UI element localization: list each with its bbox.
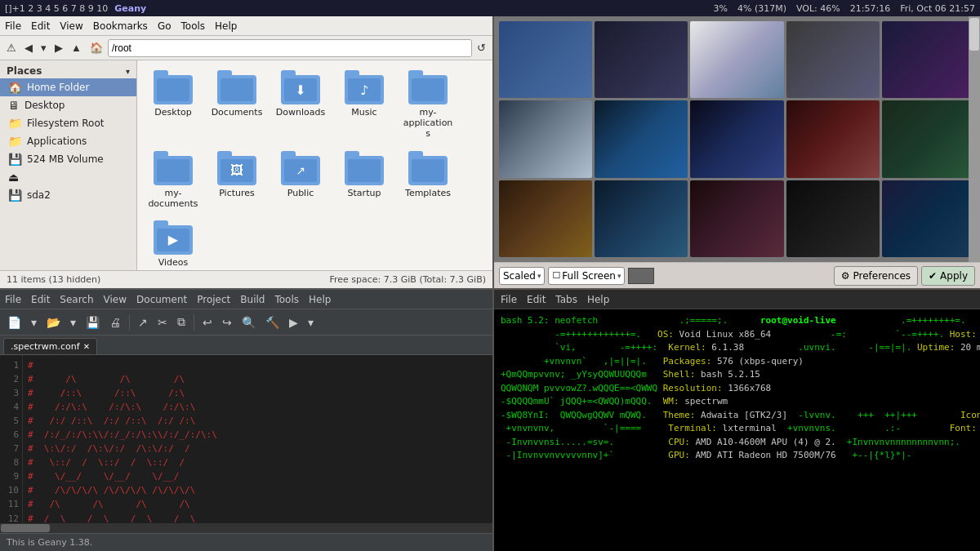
clock: 21:57:16 bbox=[850, 3, 890, 14]
fm-free-space: Free space: 7.3 GiB (Total: 7.3 GiB) bbox=[329, 274, 486, 285]
thumbnail-3[interactable] bbox=[690, 21, 783, 98]
thumbnail-8[interactable] bbox=[690, 100, 783, 177]
te-horizontal-scrollbar[interactable] bbox=[0, 523, 492, 533]
te-menu-tools[interactable]: Tools bbox=[274, 294, 299, 305]
sidebar-item-home[interactable]: 🏠 Home Folder bbox=[0, 78, 136, 96]
thumbnail-13[interactable] bbox=[690, 180, 783, 257]
preferences-button[interactable]: ⚙ Preferences bbox=[834, 266, 918, 286]
fm-warning-btn[interactable]: ⚠ bbox=[3, 40, 20, 56]
thumbnail-12[interactable] bbox=[595, 180, 688, 257]
te-cut-btn[interactable]: ✂ bbox=[154, 314, 172, 331]
folder-my-documents[interactable]: my-documents bbox=[144, 148, 203, 212]
thumbnail-7[interactable] bbox=[595, 100, 688, 177]
folder-templates[interactable]: Templates bbox=[399, 148, 457, 212]
te-menu-edit[interactable]: Edit bbox=[31, 294, 50, 305]
te-run-btn[interactable]: ▶ bbox=[285, 314, 302, 331]
menu-edit[interactable]: Edit bbox=[31, 20, 50, 32]
te-menu-file[interactable]: File bbox=[5, 294, 21, 305]
te-hscroll-thumb[interactable] bbox=[1, 524, 50, 532]
menu-bookmarks[interactable]: Bookmarks bbox=[93, 20, 148, 32]
term-menu-edit[interactable]: Edit bbox=[527, 294, 546, 305]
thumbnail-15[interactable] bbox=[882, 180, 975, 257]
sidebar-item-volume[interactable]: 💾 524 MB Volume bbox=[0, 150, 136, 168]
color-box[interactable] bbox=[628, 268, 654, 284]
te-open-dropdown[interactable]: ▾ bbox=[27, 314, 41, 331]
code-editor[interactable]: 123456 789101112 # # /\ /\ /\ # /::\ /::… bbox=[0, 355, 492, 523]
te-save-btn[interactable]: 💾 bbox=[82, 314, 104, 331]
thumbnail-10[interactable] bbox=[882, 100, 975, 177]
fm-back-dropdown[interactable]: ▾ bbox=[38, 40, 50, 56]
text-editor-statusbar: This is Geany 1.38. bbox=[0, 533, 492, 551]
sidebar-toggle[interactable]: ▾ bbox=[126, 67, 130, 76]
sidebar-item-applications[interactable]: 📁 Applications bbox=[0, 132, 136, 150]
folder-startup[interactable]: Startup bbox=[335, 148, 394, 212]
apply-button[interactable]: ✔ Apply bbox=[921, 266, 975, 286]
fm-reload-btn[interactable]: ↺ bbox=[474, 40, 489, 56]
te-open2-dropdown[interactable]: ▾ bbox=[66, 314, 80, 331]
te-export-btn[interactable]: ↗ bbox=[134, 314, 152, 331]
te-menu-view[interactable]: View bbox=[104, 294, 127, 305]
mem-indicator: 4% (317M) bbox=[737, 3, 786, 14]
te-more-btn[interactable]: ▾ bbox=[304, 314, 318, 331]
fm-forward-btn[interactable]: ▶ bbox=[51, 40, 66, 56]
te-menu-build[interactable]: Build bbox=[240, 294, 265, 305]
te-menu-document[interactable]: Document bbox=[136, 294, 187, 305]
te-new-btn[interactable]: 📄 bbox=[3, 314, 25, 331]
term-menu-tabs[interactable]: Tabs bbox=[555, 294, 577, 305]
preferences-label: Preferences bbox=[853, 270, 911, 282]
thumbnail-11[interactable] bbox=[499, 180, 592, 257]
fullscreen-checkbox: ☐ bbox=[552, 270, 560, 281]
folder-documents[interactable]: Documents bbox=[207, 67, 266, 143]
sidebar-item-sda2[interactable]: 💾 sda2 bbox=[0, 186, 136, 204]
thumbnail-1[interactable] bbox=[499, 21, 592, 98]
te-redo-btn[interactable]: ↪ bbox=[218, 314, 236, 331]
thumbnail-2[interactable] bbox=[595, 21, 688, 98]
te-search-btn[interactable]: 🔍 bbox=[238, 314, 260, 331]
menu-file[interactable]: File bbox=[5, 20, 21, 32]
iv-scroll-thumb[interactable] bbox=[969, 18, 979, 51]
fm-home-btn[interactable]: 🏠 bbox=[87, 40, 106, 56]
thumbnail-9[interactable] bbox=[786, 100, 880, 177]
te-undo-btn[interactable]: ↩ bbox=[198, 314, 216, 331]
iv-scrollbar[interactable] bbox=[969, 16, 980, 262]
tab-close-icon[interactable]: ✕ bbox=[83, 342, 90, 351]
sidebar-item-eject[interactable]: ⏏ bbox=[0, 168, 136, 186]
sidebar-item-desktop[interactable]: 🖥 Desktop bbox=[0, 96, 136, 114]
te-print-btn[interactable]: 🖨 bbox=[105, 314, 125, 331]
code-area[interactable]: # # /\ /\ /\ # /::\ /::\ /:\ # /:/\:\ /:… bbox=[23, 355, 492, 523]
fm-back-btn[interactable]: ◀ bbox=[21, 40, 36, 56]
thumbnail-14[interactable] bbox=[786, 180, 880, 257]
fullscreen-select[interactable]: ☐ Full Screen ▾ bbox=[548, 267, 625, 285]
te-menu-project[interactable]: Project bbox=[197, 294, 230, 305]
menu-help[interactable]: Help bbox=[215, 20, 237, 32]
thumbnail-6[interactable] bbox=[499, 100, 592, 177]
workspace-indicator[interactable]: []+1 2 3 4 5 6 7 8 9 10 bbox=[5, 3, 108, 14]
folder-desktop[interactable]: Desktop bbox=[144, 67, 203, 143]
term-menu-help[interactable]: Help bbox=[587, 294, 609, 305]
folder-my-applications[interactable]: my-applications bbox=[399, 67, 457, 143]
menu-view[interactable]: View bbox=[60, 20, 82, 32]
fm-up-btn[interactable]: ▲ bbox=[68, 40, 85, 56]
folder-music[interactable]: ♪ Music bbox=[335, 67, 394, 143]
apply-checkmark-icon: ✔ bbox=[929, 270, 937, 282]
te-menu-help[interactable]: Help bbox=[309, 294, 331, 305]
term-menu-file[interactable]: File bbox=[501, 294, 517, 305]
apply-label: Apply bbox=[940, 270, 968, 282]
sidebar-item-filesystem[interactable]: 📁 Filesystem Root bbox=[0, 114, 136, 132]
menu-go[interactable]: Go bbox=[158, 20, 172, 32]
menu-tools[interactable]: Tools bbox=[181, 20, 206, 32]
scaled-select[interactable]: Scaled ▾ bbox=[499, 267, 545, 285]
te-copy-btn[interactable]: ⧉ bbox=[173, 313, 189, 331]
folder-videos[interactable]: ▶ Videos bbox=[144, 217, 203, 270]
folder-public[interactable]: ↗ Public bbox=[271, 148, 330, 212]
folder-downloads[interactable]: ⬇ Downloads bbox=[271, 67, 330, 143]
tab-spectrwm[interactable]: .spectrwm.conf ✕ bbox=[3, 338, 97, 354]
fm-address-bar[interactable] bbox=[108, 39, 472, 57]
te-menu-search[interactable]: Search bbox=[60, 294, 93, 305]
thumbnail-4[interactable] bbox=[786, 21, 880, 98]
te-compile-btn[interactable]: 🔨 bbox=[261, 314, 283, 331]
thumbnail-5[interactable] bbox=[882, 21, 975, 98]
te-open-btn[interactable]: 📂 bbox=[42, 314, 65, 331]
terminal-body[interactable]: bash 5.2: neofetch .;=====;. root@void-l… bbox=[494, 309, 980, 551]
folder-pictures[interactable]: 🖼 Pictures bbox=[207, 148, 266, 212]
